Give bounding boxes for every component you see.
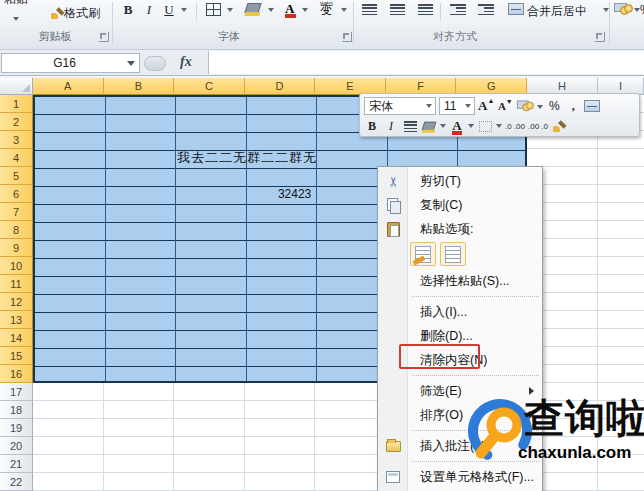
- format-painter-button[interactable]: 格式刷: [64, 4, 100, 22]
- row-header-20[interactable]: 20: [0, 437, 33, 455]
- row-header-19[interactable]: 19: [0, 419, 33, 437]
- mini-comma-button[interactable]: ,: [565, 97, 581, 115]
- borders-dropdown-caret[interactable]: [227, 8, 233, 12]
- mini-decrease-decimal-button[interactable]: .00 .0: [528, 117, 548, 135]
- mini-center-icon[interactable]: [402, 117, 418, 135]
- row-header-21[interactable]: 21: [0, 455, 33, 473]
- row-header-17[interactable]: 17: [0, 383, 33, 401]
- borders-icon[interactable]: [206, 3, 221, 16]
- merge-center-button[interactable]: 合并后居中: [527, 2, 587, 20]
- column-header-D[interactable]: D: [245, 78, 316, 95]
- bold-button[interactable]: B: [119, 1, 137, 19]
- menu-item[interactable]: ✂剪切(T): [378, 169, 542, 193]
- watermark: 查询啦 chaxunla.com: [466, 395, 644, 470]
- mini-font-size: 11: [444, 99, 456, 113]
- highlight-annotation-box: [399, 344, 480, 369]
- clipboard-dialog-launcher[interactable]: [99, 32, 109, 42]
- font-color-dropdown-caret[interactable]: [302, 8, 308, 12]
- row-header-15[interactable]: 15: [0, 347, 33, 365]
- mini-merge-icon[interactable]: [584, 97, 600, 115]
- row-header-18[interactable]: 18: [0, 401, 33, 419]
- watermark-title: 查询啦: [524, 397, 644, 441]
- mini-italic-button[interactable]: I: [383, 117, 399, 135]
- menu-item-label: 筛选(E): [420, 383, 462, 400]
- row-header-2[interactable]: 2: [0, 113, 33, 131]
- menu-item-label: 设置单元格格式(F)...: [420, 469, 534, 486]
- row-header-5[interactable]: 5: [0, 167, 33, 185]
- mini-font-name: 宋体: [369, 98, 393, 115]
- underline-button[interactable]: U: [161, 1, 177, 19]
- column-header-A[interactable]: A: [33, 78, 104, 95]
- percent-style-button[interactable]: %: [640, 3, 644, 17]
- row-header-1[interactable]: 1: [0, 95, 33, 113]
- row-header-9[interactable]: 9: [0, 239, 33, 257]
- formula-input[interactable]: [208, 51, 644, 74]
- mini-grow-font-button[interactable]: A▲: [478, 97, 494, 115]
- fill-color-dropdown-caret[interactable]: [268, 8, 274, 12]
- scissors-icon: ✂: [384, 173, 402, 189]
- phonetic-pinyin: wén: [320, 0, 333, 9]
- underline-dropdown-caret[interactable]: [181, 8, 187, 12]
- row-header-8[interactable]: 8: [0, 221, 33, 239]
- mini-accounting-icon[interactable]: [516, 97, 534, 115]
- row-header-11[interactable]: 11: [0, 275, 33, 293]
- mini-increase-decimal-button[interactable]: .0 .00: [505, 117, 525, 135]
- decrease-indent-icon[interactable]: [450, 4, 466, 15]
- align-center-icon[interactable]: [390, 4, 405, 15]
- mini-accounting-caret[interactable]: [537, 105, 543, 109]
- row-header-22[interactable]: 22: [0, 473, 33, 491]
- formula-bar-pill: [144, 56, 166, 71]
- mini-font-color-caret[interactable]: [468, 124, 474, 128]
- font-dialog-launcher[interactable]: [342, 32, 352, 42]
- insert-function-button[interactable]: fx: [180, 54, 192, 70]
- row-header-6[interactable]: 6: [0, 185, 33, 203]
- align-right-icon[interactable]: [418, 4, 433, 15]
- menu-item[interactable]: 粘贴选项:: [378, 217, 542, 241]
- paste-dropdown-caret[interactable]: [13, 17, 19, 21]
- mini-borders-icon[interactable]: [477, 117, 493, 135]
- menu-item-label: 剪切(T): [420, 173, 461, 190]
- phonetic-guide-icon[interactable]: wén变: [320, 5, 332, 16]
- row-header-12[interactable]: 12: [0, 293, 33, 311]
- column-header-B[interactable]: B: [104, 78, 175, 95]
- increase-indent-icon[interactable]: [478, 4, 494, 15]
- row-header-3[interactable]: 3: [0, 131, 33, 149]
- mini-shrink-font-button[interactable]: A▼: [497, 97, 513, 115]
- row-header-13[interactable]: 13: [0, 311, 33, 329]
- fill-color-icon[interactable]: [244, 3, 261, 13]
- select-all-corner[interactable]: [0, 78, 33, 95]
- mini-bold-button[interactable]: B: [364, 117, 380, 135]
- row-header-10[interactable]: 10: [0, 257, 33, 275]
- column-header-C[interactable]: C: [174, 78, 245, 95]
- phonetic-dropdown-caret[interactable]: [341, 8, 347, 12]
- row-header-7[interactable]: 7: [0, 203, 33, 221]
- menu-separator: [378, 293, 542, 300]
- mini-fill-color-icon[interactable]: [421, 117, 437, 135]
- accounting-format-icon[interactable]: [614, 2, 632, 16]
- menu-item-label: 排序(O): [420, 407, 463, 424]
- row-header-4[interactable]: 4: [0, 149, 33, 167]
- menu-item[interactable]: 复制(C): [378, 193, 542, 217]
- align-left-icon[interactable]: [362, 4, 377, 15]
- mini-percent-button[interactable]: %: [546, 97, 562, 115]
- mini-font-size-combo[interactable]: 11: [439, 97, 475, 115]
- row-header-14[interactable]: 14: [0, 329, 33, 347]
- mini-font-name-combo[interactable]: 宋体: [364, 97, 436, 115]
- alignment-dialog-launcher[interactable]: [595, 32, 605, 42]
- font-color-icon[interactable]: A: [285, 3, 294, 15]
- mini-borders-caret[interactable]: [496, 124, 502, 128]
- formula-bar: G16 fx: [0, 50, 644, 76]
- row-header-16[interactable]: 16: [0, 365, 33, 383]
- paste-keep-formatting-icon[interactable]: [410, 242, 436, 266]
- paste-button[interactable]: 粘贴: [4, 0, 28, 8]
- menu-item-label: 复制(C): [420, 197, 462, 214]
- italic-button[interactable]: I: [141, 1, 157, 19]
- mini-fill-caret[interactable]: [440, 124, 446, 128]
- mini-format-painter-icon[interactable]: [551, 117, 567, 135]
- name-box[interactable]: G16: [1, 53, 140, 73]
- mini-font-color-icon[interactable]: A: [449, 117, 465, 135]
- menu-item[interactable]: 插入(I)...: [378, 300, 542, 324]
- menu-item[interactable]: 选择性粘贴(S)...: [378, 269, 542, 293]
- name-box-caret-icon[interactable]: [127, 61, 135, 66]
- paste-values-icon[interactable]: [440, 242, 466, 266]
